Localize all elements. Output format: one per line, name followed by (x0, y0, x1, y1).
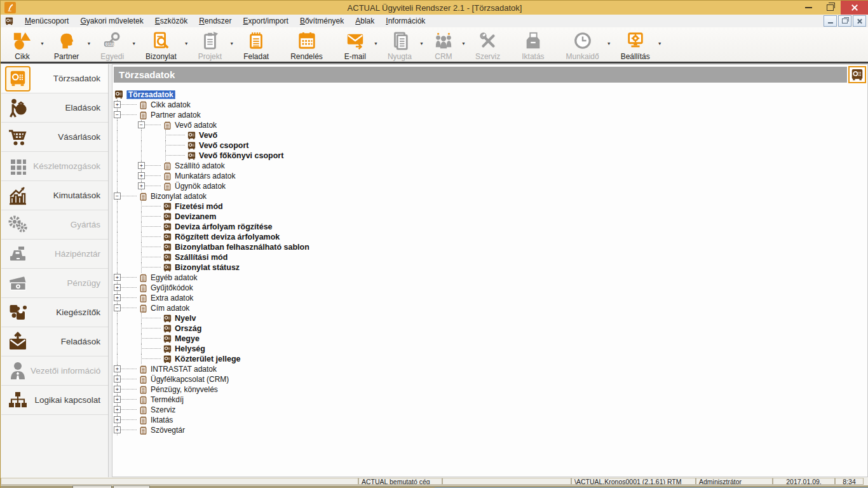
tree-node-label[interactable]: Szerviz (151, 405, 175, 414)
tree-node-iktat-s[interactable]: +Iktatás (112, 415, 866, 425)
menu-item-ablak[interactable]: Ablak (349, 15, 380, 27)
tree-node-gy-jt-k-dok[interactable]: +Gyűjtőkódok (112, 283, 866, 293)
toolbar-button-crm[interactable]: CRM▼ (427, 27, 460, 61)
menu-item-inform-ci-k[interactable]: Információk (380, 15, 431, 27)
safe-tab-icon[interactable] (848, 66, 866, 83)
chevron-down-icon[interactable]: ▼ (658, 41, 662, 46)
menu-item-eszk-z-k[interactable]: Eszközök (149, 15, 193, 27)
expand-toggle-icon[interactable]: + (138, 172, 145, 179)
toolbar-button-feladat[interactable]: Feladat (237, 27, 275, 61)
sidebar-item-t-rzsadatok[interactable]: Törzsadatok (1, 64, 108, 93)
tree-node-label[interactable]: Fizetési mód (175, 202, 223, 211)
expand-toggle-icon[interactable]: + (114, 294, 121, 301)
tree-node-label[interactable]: Egyéb adatok (151, 273, 197, 282)
tree-node-label[interactable]: Vevő csoport (199, 141, 249, 150)
tree-node-vev-csoport[interactable]: Vevő csoport (112, 140, 866, 151)
expand-toggle-icon[interactable]: + (114, 426, 121, 433)
sidebar-item-h-zip-nzt-r[interactable]: Házipénztár (1, 240, 108, 269)
tree-node-bizonylat-st-tusz[interactable]: Bizonylat státusz (112, 262, 866, 273)
tree-node-label[interactable]: Vevő főkönyvi csoport (199, 151, 283, 160)
tree-node-r-gz-tett-deviza-rfolyamok[interactable]: Rögzített deviza árfolyamok (112, 232, 866, 242)
expand-toggle-icon[interactable]: + (114, 386, 121, 393)
tree-node-label[interactable]: Devizanem (175, 212, 216, 221)
sidebar-item-vezet-i-inform-ci[interactable]: Vezetői információ (1, 356, 108, 386)
tree-node-label[interactable]: Ország (175, 324, 201, 333)
collapse-toggle-icon[interactable]: − (114, 111, 121, 118)
tree-node-extra-adatok[interactable]: +Extra adatok (112, 293, 866, 303)
tree-node-gyf-lkapcsolat-crm[interactable]: +Ügyfélkapcsolat (CRM) (112, 374, 866, 384)
expand-toggle-icon[interactable]: + (114, 274, 121, 281)
tree-node-label[interactable]: Iktatás (151, 416, 173, 424)
tree-node-label[interactable]: Pénzügy, könyvelés (151, 385, 218, 394)
tree-node-label[interactable]: Vevő (199, 131, 217, 140)
tree-node-label[interactable]: Deviza árfolyam rögzítése (175, 222, 273, 231)
tree-node-label[interactable]: Közterület jellege (175, 355, 241, 363)
expand-toggle-icon[interactable]: + (138, 182, 145, 189)
tree-node-intrastat-adatok[interactable]: +INTRASTAT adatok (112, 364, 866, 374)
toolbar-button-szerviz[interactable]: Szerviz (469, 27, 506, 61)
tree-node-bizonylatban-felhaszn-lhat-sablon[interactable]: Bizonylatban felhasználható sablon (112, 242, 866, 252)
sidebar-item-elad-sok[interactable]: Eladások (1, 93, 108, 123)
tree-node-vev-f-k-nyvi-csoport[interactable]: Vevő főkönyvi csoport (112, 151, 866, 161)
chevron-down-icon[interactable]: ▼ (607, 41, 611, 46)
tree-node-sz-ll-t-si-m-d[interactable]: Szállítási mód (112, 252, 866, 262)
tree-node-bizonylat-adatok[interactable]: −Bizonylat adatok (112, 191, 866, 201)
expand-toggle-icon[interactable]: + (114, 376, 121, 383)
chevron-down-icon[interactable]: ▼ (86, 41, 91, 46)
chevron-down-icon[interactable]: ▼ (461, 41, 466, 46)
tree-node-label[interactable]: Rögzített deviza árfolyamok (175, 233, 280, 241)
tree-node-deviza-rfolyam-r-gz-t-se[interactable]: Deviza árfolyam rögzítése (112, 222, 866, 232)
tree-node-k-zter-let-jellege[interactable]: Közterület jellege (112, 354, 866, 364)
mdi-restore-button[interactable] (838, 15, 851, 27)
tree-node-gyn-k-adatok[interactable]: +Ügynök adatok (112, 181, 866, 191)
expand-toggle-icon[interactable]: + (114, 284, 121, 291)
menu-item-gyakori-m-veletek[interactable]: Gyakori műveletek (74, 15, 149, 27)
tree-node-sz-ll-t-adatok[interactable]: +Szállító adatok (112, 161, 866, 171)
expand-toggle-icon[interactable]: + (114, 365, 121, 372)
sidebar-item-k-szletmozg-sok[interactable]: Készletmozgások (1, 152, 108, 181)
expand-toggle-icon[interactable]: + (114, 396, 121, 403)
tree-node-term-kd-j[interactable]: +Termékdíj (112, 395, 866, 405)
chevron-down-icon[interactable]: ▼ (40, 41, 44, 46)
collapse-toggle-icon[interactable]: − (114, 193, 121, 200)
tree-node-label[interactable]: Termékdíj (151, 395, 184, 404)
toolbar-button-rendel-s[interactable]: Rendelés (284, 27, 329, 61)
tree-node-label[interactable]: INTRASTAT adatok (151, 365, 217, 374)
tree-node-label[interactable]: Gyűjtőkódok (151, 283, 193, 292)
tree-node-partner-adatok[interactable]: −Partner adatok (112, 110, 866, 120)
toolbar-button-bizonylat[interactable]: Bizonylat▼ (139, 27, 183, 61)
toolbar-button-projekt[interactable]: Projekt▼ (192, 27, 228, 61)
collapse-toggle-icon[interactable]: − (114, 304, 121, 311)
tree-node-label[interactable]: Cím adatok (151, 304, 189, 313)
tree-node-label[interactable]: Ügynök adatok (175, 182, 226, 191)
tree-node-fizet-si-m-d[interactable]: Fizetési mód (112, 201, 866, 212)
tree-node-label[interactable]: Szállítási mód (175, 253, 227, 262)
expand-toggle-icon[interactable]: + (114, 101, 121, 108)
toolbar-button-munkaid[interactable]: Munkaidő▼ (560, 27, 606, 61)
tree-node-t-rzsadatok[interactable]: Törzsadatok (112, 90, 866, 100)
tree-node-label[interactable]: Munkatárs adatok (175, 172, 235, 180)
tree-node-p-nz-gy-k-nyvel-s[interactable]: +Pénzügy, könyvelés (112, 384, 866, 395)
sidebar-item-gy-rt-s[interactable]: Gyártás (1, 210, 108, 240)
tree-node-label[interactable]: Vevő adatok (175, 121, 217, 130)
tree-node-egy-b-adatok[interactable]: +Egyéb adatok (112, 273, 866, 283)
tree-node-label[interactable]: Nyelv (175, 314, 196, 323)
tree-node-label[interactable]: Helység (175, 344, 205, 353)
toolbar-button-egyedi[interactable]: 0110Egyedi▼ (94, 27, 130, 61)
tree-node-label[interactable]: Szállító adatok (175, 161, 225, 170)
tree-node-munkat-rs-adatok[interactable]: +Munkatárs adatok (112, 171, 866, 181)
tree-node-szerviz[interactable]: +Szerviz (112, 405, 866, 415)
tree-node-nyelv[interactable]: Nyelv (112, 313, 866, 323)
toolbar-button-nyugta[interactable]: Nyugta▼ (381, 27, 418, 61)
toolbar-button-iktat-s[interactable]: Iktatás (515, 27, 550, 61)
mdi-close-button[interactable] (853, 15, 866, 27)
tree-node-cikk-adatok[interactable]: +Cikk adatok (112, 100, 866, 110)
tree-node-label[interactable]: Megye (175, 334, 200, 343)
toolbar-button-be-ll-t-s[interactable]: Beállítás▼ (614, 27, 656, 61)
tree-node-label[interactable]: Extra adatok (151, 294, 193, 302)
expand-toggle-icon[interactable]: + (138, 162, 145, 169)
tree-node-label[interactable]: Szövegtár (151, 426, 185, 435)
sidebar-item-logikai-kapcsolat[interactable]: Logikai kapcsolat (1, 386, 108, 415)
tree-node-label[interactable]: Törzsadatok (126, 90, 175, 99)
tree-node-c-m-adatok[interactable]: −Cím adatok (112, 303, 866, 313)
